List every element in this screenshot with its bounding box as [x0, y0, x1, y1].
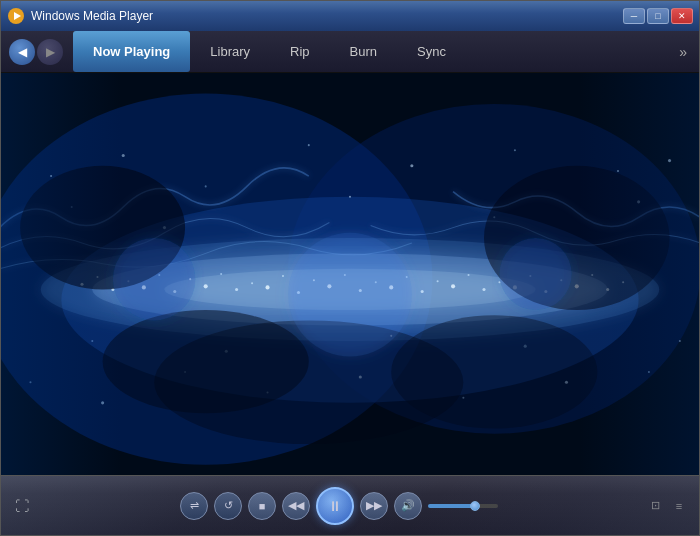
controls-right: ⊡ ≡: [645, 496, 689, 516]
app-window: Windows Media Player ─ □ ✕ ◀ ▶ Now Playi…: [0, 0, 700, 536]
forward-button[interactable]: ▶: [37, 39, 63, 65]
nav-more-button[interactable]: »: [675, 44, 691, 60]
fullscreen-button[interactable]: ⛶: [11, 495, 33, 517]
svg-point-76: [113, 238, 195, 320]
volume-icon: 🔊: [401, 499, 415, 512]
viz-edge-right: [579, 73, 699, 475]
app-icon: [7, 7, 25, 25]
svg-point-22: [282, 275, 284, 277]
tab-sync[interactable]: Sync: [397, 31, 466, 72]
svg-point-32: [437, 280, 439, 282]
title-bar: Windows Media Player ─ □ ✕: [1, 1, 699, 31]
mini-equalize-button[interactable]: ≡: [669, 496, 689, 516]
svg-point-78: [288, 233, 412, 357]
svg-point-47: [205, 185, 207, 187]
viz-edge-left: [1, 73, 121, 475]
svg-point-19: [235, 288, 238, 291]
close-button[interactable]: ✕: [671, 8, 693, 24]
svg-point-17: [204, 284, 208, 288]
svg-point-33: [451, 284, 455, 288]
controls-bar: ⛶ ⇌ ↺ ■ ◀◀ ⏸ ▶▶ 🔊: [1, 475, 699, 535]
volume-slider[interactable]: [428, 504, 498, 508]
svg-point-34: [468, 274, 470, 276]
stop-button[interactable]: ■: [248, 492, 276, 520]
back-button[interactable]: ◀: [9, 39, 35, 65]
svg-point-50: [514, 149, 516, 151]
maximize-button[interactable]: □: [647, 8, 669, 24]
visualization-area: [1, 73, 699, 475]
shuffle-button[interactable]: ⇌: [180, 492, 208, 520]
mini-restore-button[interactable]: ⊡: [645, 496, 665, 516]
minimize-button[interactable]: ─: [623, 8, 645, 24]
nav-arrows: ◀ ▶: [9, 39, 63, 65]
svg-point-18: [220, 273, 222, 275]
svg-point-35: [482, 288, 485, 291]
svg-point-74: [103, 310, 309, 413]
tab-burn[interactable]: Burn: [330, 31, 397, 72]
svg-point-75: [391, 315, 597, 428]
play-pause-button[interactable]: ⏸: [316, 487, 354, 525]
title-bar-left: Windows Media Player: [7, 7, 153, 25]
svg-point-31: [421, 290, 424, 293]
svg-point-63: [349, 196, 351, 198]
previous-button[interactable]: ◀◀: [282, 492, 310, 520]
tab-rip[interactable]: Rip: [270, 31, 330, 72]
volume-icon-button[interactable]: 🔊: [394, 492, 422, 520]
next-button[interactable]: ▶▶: [360, 492, 388, 520]
tab-library[interactable]: Library: [190, 31, 270, 72]
nav-bar: ◀ ▶ Now Playing Library Rip Burn Sync »: [1, 31, 699, 73]
svg-point-49: [410, 164, 413, 167]
svg-point-21: [265, 285, 269, 289]
svg-point-48: [308, 144, 310, 146]
svg-point-77: [499, 238, 571, 310]
volume-slider-container: [428, 504, 498, 508]
repeat-button[interactable]: ↺: [214, 492, 242, 520]
window-title: Windows Media Player: [31, 9, 153, 23]
playback-controls: ⇌ ↺ ■ ◀◀ ⏸ ▶▶ 🔊: [39, 487, 639, 525]
svg-point-46: [122, 154, 125, 157]
svg-point-20: [251, 282, 253, 284]
title-bar-controls: ─ □ ✕: [623, 8, 693, 24]
tab-now-playing[interactable]: Now Playing: [73, 31, 190, 72]
svg-point-36: [498, 281, 500, 283]
nav-tabs: Now Playing Library Rip Burn Sync: [73, 31, 671, 72]
